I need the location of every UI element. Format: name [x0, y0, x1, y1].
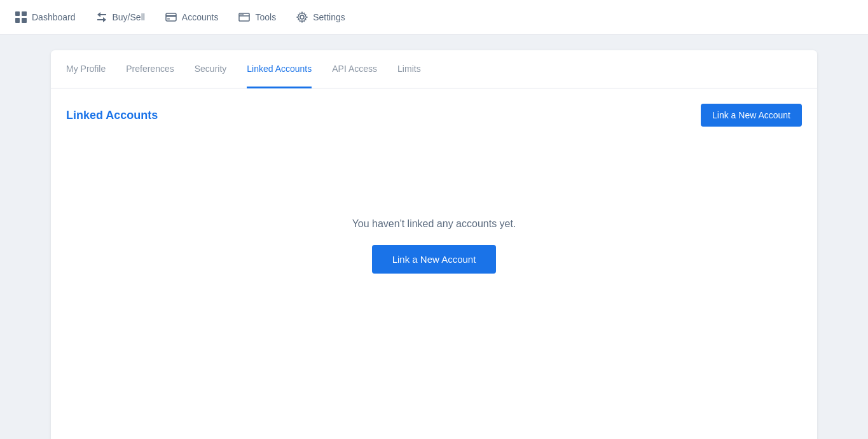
tab-api-access[interactable]: API Access [332, 51, 377, 88]
svg-rect-5 [166, 15, 176, 17]
link-new-account-button-top[interactable]: Link a New Account [701, 104, 802, 127]
settings-icon [296, 11, 308, 23]
settings-card: My Profile Preferences Security Linked A… [51, 50, 817, 439]
tab-linked-accounts[interactable]: Linked Accounts [247, 51, 312, 88]
section-title: Linked Accounts [66, 109, 158, 122]
nav-item-accounts[interactable]: Accounts [165, 11, 219, 23]
svg-rect-1 [22, 11, 27, 16]
svg-rect-4 [166, 13, 176, 21]
dashboard-icon [15, 11, 27, 23]
nav-label-dashboard: Dashboard [32, 12, 76, 22]
tools-icon [238, 11, 250, 23]
svg-rect-6 [167, 18, 170, 20]
tab-limits[interactable]: Limits [397, 51, 421, 88]
nav-label-tools: Tools [255, 12, 276, 22]
svg-point-9 [240, 14, 242, 15]
empty-state-text: You haven't linked any accounts yet. [352, 218, 516, 230]
svg-point-10 [242, 14, 244, 15]
nav-label-settings: Settings [313, 12, 345, 22]
link-new-account-button-center[interactable]: Link a New Account [372, 245, 497, 274]
svg-point-11 [300, 15, 304, 19]
nav-item-buysell[interactable]: Buy/Sell [96, 11, 145, 23]
nav-item-tools[interactable]: Tools [238, 11, 276, 23]
nav-label-buysell: Buy/Sell [113, 12, 145, 22]
top-navigation: Dashboard Buy/Sell Accounts [0, 0, 868, 35]
accounts-icon [165, 11, 177, 23]
empty-state: You haven't linked any accounts yet. Lin… [66, 142, 802, 324]
nav-items: Dashboard Buy/Sell Accounts [15, 11, 345, 23]
main-content: My Profile Preferences Security Linked A… [0, 35, 868, 439]
tab-security[interactable]: Security [195, 51, 227, 88]
tab-preferences[interactable]: Preferences [126, 51, 174, 88]
svg-rect-2 [15, 18, 20, 23]
tab-my-profile[interactable]: My Profile [66, 51, 106, 88]
svg-rect-3 [22, 18, 27, 23]
nav-item-dashboard[interactable]: Dashboard [15, 11, 76, 23]
buysell-icon [96, 11, 107, 23]
tabs-bar: My Profile Preferences Security Linked A… [51, 50, 817, 88]
nav-item-settings[interactable]: Settings [296, 11, 345, 23]
svg-rect-0 [15, 11, 20, 16]
card-body: Linked Accounts Link a New Account You h… [51, 88, 817, 439]
card-header-row: Linked Accounts Link a New Account [66, 104, 802, 127]
nav-label-accounts: Accounts [182, 12, 219, 22]
